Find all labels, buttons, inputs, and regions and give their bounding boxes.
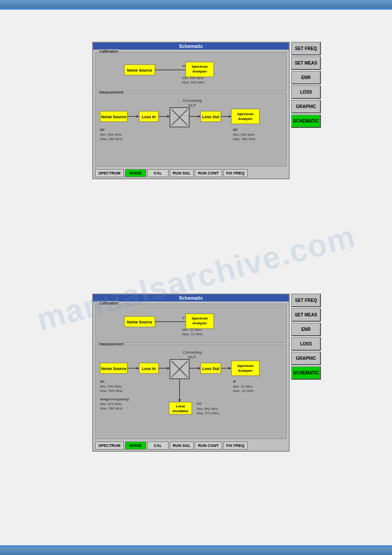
svg-text:Max:  580 MHz: Max: 580 MHz bbox=[100, 406, 123, 410]
panel-top-title: Schematic bbox=[93, 43, 289, 50]
svg-marker-69 bbox=[229, 367, 231, 370]
set-meas-btn-bottom[interactable]: SET MEAS bbox=[291, 308, 321, 322]
svg-text:DUT: DUT bbox=[188, 103, 197, 108]
schematic-btn-bottom[interactable]: SCHEMATIC bbox=[291, 366, 321, 380]
graphic-btn-top[interactable]: GRAPHIC bbox=[291, 100, 321, 113]
svg-text:Spectrum: Spectrum bbox=[192, 65, 208, 69]
svg-text:Min:   10 MHz: Min: 10 MHz bbox=[233, 385, 253, 388]
calibration-diagram-top: Noise Source RF Spectrum Analyzer Min: 5… bbox=[98, 55, 287, 89]
svg-marker-27 bbox=[229, 115, 231, 118]
schematic-btn-top[interactable]: SCHEMATIC bbox=[291, 114, 321, 128]
svg-marker-51 bbox=[137, 367, 139, 370]
schematic-panel-bottom: Schematic Calibration Noise Source IF Sp… bbox=[92, 294, 290, 452]
svg-text:IF: IF bbox=[233, 380, 236, 384]
svg-text:Min:   550 MHz: Min: 550 MHz bbox=[182, 76, 204, 80]
svg-text:Oscillator: Oscillator bbox=[173, 409, 189, 413]
svg-text:Min:   10 MHz: Min: 10 MHz bbox=[182, 328, 202, 332]
svg-marker-14 bbox=[137, 115, 139, 118]
svg-text:Loss Out: Loss Out bbox=[202, 366, 219, 371]
svg-text:Spectrum: Spectrum bbox=[237, 112, 254, 116]
svg-text:RF: RF bbox=[233, 128, 238, 132]
svg-text:Max:  560 MHz: Max: 560 MHz bbox=[233, 137, 256, 141]
svg-text:Loss In: Loss In bbox=[142, 366, 156, 371]
calibration-label-bottom: Calibration bbox=[98, 301, 119, 305]
sidebar-bottom: SET FREQ SET MEAS ENR LOSS GRAPHIC SCHEM… bbox=[291, 294, 321, 452]
cal-btn-top[interactable]: CAL bbox=[147, 169, 169, 177]
set-meas-btn-top[interactable]: SET MEAS bbox=[291, 56, 321, 70]
enr-btn-bottom[interactable]: ENR bbox=[291, 323, 321, 336]
svg-text:Min:   570 MHz: Min: 570 MHz bbox=[100, 402, 122, 406]
run-cont-btn-top[interactable]: RUN CONT bbox=[195, 169, 222, 177]
spectrum-btn-top[interactable]: SPECTRUM bbox=[95, 169, 124, 177]
svg-text:Max:  570 MHz: Max: 570 MHz bbox=[197, 411, 219, 415]
svg-text:Noise Source: Noise Source bbox=[101, 366, 126, 371]
svg-text:Image Frequency: Image Frequency bbox=[100, 397, 129, 401]
svg-text:RF: RF bbox=[100, 380, 105, 384]
svg-text:Analyzer: Analyzer bbox=[192, 321, 207, 325]
svg-text:Spectrum: Spectrum bbox=[237, 364, 254, 368]
graphic-btn-bottom[interactable]: GRAPHIC bbox=[291, 352, 321, 365]
top-accent bbox=[0, 8, 392, 10]
enr-btn-top[interactable]: ENR bbox=[291, 71, 321, 84]
toolbar-top: SPECTRUM NOISE CAL RUN SGL RUN CONT FIX … bbox=[93, 168, 289, 178]
run-sgl-btn-bottom[interactable]: RUN SGL bbox=[170, 442, 194, 450]
svg-rect-70 bbox=[231, 361, 259, 376]
svg-marker-23 bbox=[198, 115, 201, 118]
bottom-accent bbox=[0, 545, 392, 547]
measurement-label-top: Measurement bbox=[98, 90, 124, 94]
schematic-panel-top: Schematic Calibration Noise Source RF Sp… bbox=[92, 42, 290, 179]
svg-text:Max:  10 MHz: Max: 10 MHz bbox=[233, 389, 254, 393]
svg-rect-28 bbox=[231, 109, 259, 124]
svg-text:Min:   550 MHz: Min: 550 MHz bbox=[233, 133, 255, 137]
noise-btn-top[interactable]: NOISE bbox=[125, 169, 146, 177]
panel-bottom-title: Schematic bbox=[93, 294, 289, 301]
bottom-bar bbox=[0, 547, 392, 555]
calibration-label-top: Calibration bbox=[98, 49, 119, 54]
svg-text:Analyzer: Analyzer bbox=[238, 369, 252, 373]
svg-text:DUT: DUT bbox=[188, 355, 197, 359]
svg-text:Converting: Converting bbox=[183, 98, 202, 103]
svg-text:Min:   550 MHz: Min: 550 MHz bbox=[100, 133, 122, 137]
measurement-diagram-top: Converting DUT Noise Source Loss In bbox=[98, 96, 287, 164]
svg-text:IF: IF bbox=[182, 316, 185, 320]
svg-text:Max:  560 MHz: Max: 560 MHz bbox=[100, 137, 123, 141]
svg-text:Min:   560 MHz: Min: 560 MHz bbox=[197, 407, 218, 411]
svg-text:Noise Source: Noise Source bbox=[101, 115, 126, 119]
run-cont-btn-bottom[interactable]: RUN CONT bbox=[195, 442, 222, 450]
spectrum-btn-bottom[interactable]: SPECTRUM bbox=[95, 442, 124, 450]
svg-marker-60 bbox=[178, 399, 181, 402]
svg-text:Loss In: Loss In bbox=[142, 115, 156, 119]
svg-text:LO: LO bbox=[197, 402, 201, 406]
svg-marker-65 bbox=[198, 367, 201, 370]
svg-text:RF: RF bbox=[100, 128, 105, 132]
svg-text:Max:   10 MHz: Max: 10 MHz bbox=[182, 332, 203, 336]
svg-text:Analyzer: Analyzer bbox=[192, 69, 207, 73]
run-sgl-btn-top[interactable]: RUN SGL bbox=[170, 169, 194, 177]
loss-btn-top[interactable]: LOSS bbox=[291, 85, 321, 99]
svg-text:Spectrum: Spectrum bbox=[192, 316, 208, 320]
noise-btn-bottom[interactable]: NOISE bbox=[125, 442, 146, 450]
set-freq-btn-bottom[interactable]: SET FREQ bbox=[291, 294, 321, 307]
fix-freq-btn-top[interactable]: FIX FREQ bbox=[223, 169, 248, 177]
calibration-diagram-bottom: Noise Source IF Spectrum Analyzer Min: 1… bbox=[98, 307, 287, 341]
svg-text:Max:  560 MHz: Max: 560 MHz bbox=[182, 80, 205, 84]
set-freq-btn-top[interactable]: SET FREQ bbox=[291, 42, 321, 55]
fix-freq-btn-bottom[interactable]: FIX FREQ bbox=[223, 442, 248, 450]
svg-text:Loss Out: Loss Out bbox=[202, 115, 219, 119]
svg-text:Max:  560 MHz: Max: 560 MHz bbox=[100, 389, 123, 393]
top-bar bbox=[0, 0, 392, 8]
svg-text:Min:   550 MHz: Min: 550 MHz bbox=[100, 385, 122, 388]
svg-text:Converting: Converting bbox=[183, 350, 202, 355]
svg-text:Local: Local bbox=[176, 404, 185, 408]
measurement-label-bottom: Measurement bbox=[98, 342, 124, 346]
toolbar-bottom: SPECTRUM NOISE CAL RUN SGL RUN CONT FIX … bbox=[93, 440, 289, 451]
loss-btn-bottom[interactable]: LOSS bbox=[291, 337, 321, 351]
measurement-diagram-bottom: Converting DUT Noise Source Loss In bbox=[98, 348, 287, 436]
cal-btn-bottom[interactable]: CAL bbox=[147, 442, 169, 450]
sidebar-top: SET FREQ SET MEAS ENR LOSS GRAPHIC SCHEM… bbox=[291, 42, 321, 179]
svg-text:Analyzer: Analyzer bbox=[238, 117, 252, 121]
svg-text:Noise Source: Noise Source bbox=[127, 320, 152, 324]
svg-text:Noise Source: Noise Source bbox=[127, 68, 152, 73]
